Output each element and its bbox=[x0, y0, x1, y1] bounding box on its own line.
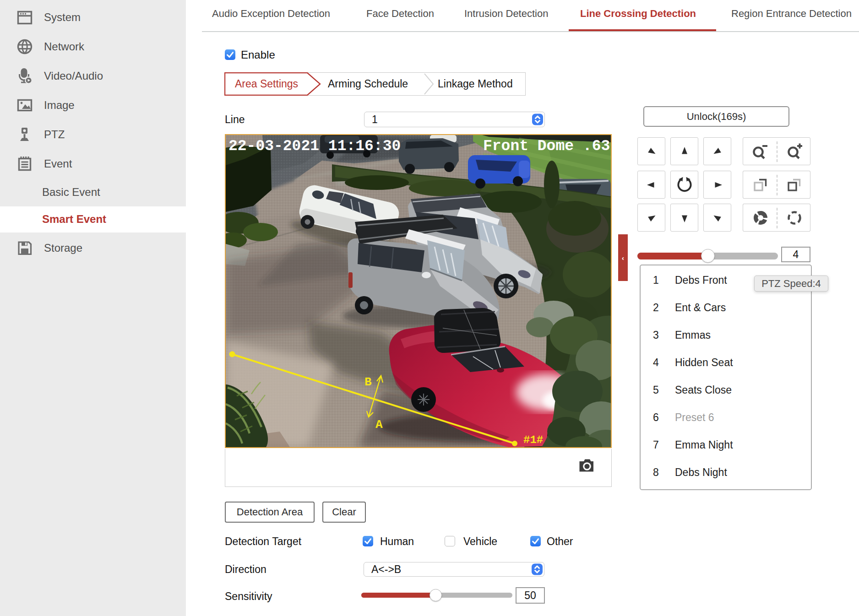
svg-text:Linkage Method: Linkage Method bbox=[438, 78, 513, 90]
svg-text:Front Dome .63: Front Dome .63 bbox=[483, 138, 610, 155]
svg-text:Area Settings: Area Settings bbox=[235, 78, 298, 90]
svg-text:A: A bbox=[375, 418, 383, 432]
svg-text:#1#: #1# bbox=[523, 434, 543, 446]
svg-text:22-03-2021 11:16:30: 22-03-2021 11:16:30 bbox=[228, 138, 401, 155]
svg-text:Arming Schedule: Arming Schedule bbox=[328, 78, 408, 90]
svg-text:B: B bbox=[364, 375, 372, 389]
